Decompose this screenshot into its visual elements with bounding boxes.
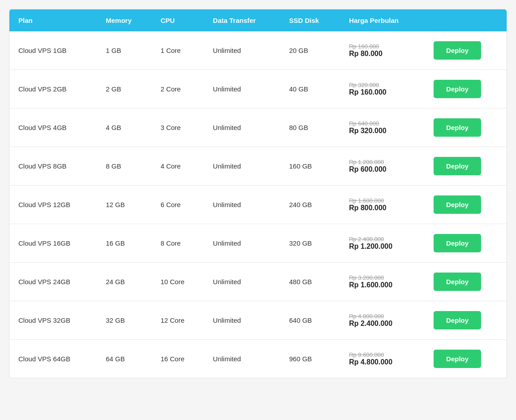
- plan-cpu: 10 Core: [151, 263, 204, 301]
- plan-price: Rp 1.600.000 Rp 800.000: [340, 186, 425, 224]
- price-current: Rp 800.000: [349, 204, 416, 212]
- deploy-button[interactable]: Deploy: [434, 273, 481, 291]
- plan-price: Rp 640.000 Rp 320.000: [340, 108, 425, 147]
- header-memory: Memory: [97, 9, 151, 31]
- plan-memory: 16 GB: [97, 224, 151, 263]
- plan-cpu: 3 Core: [151, 108, 204, 147]
- price-original: Rp 160.000: [349, 43, 416, 50]
- plan-data-transfer: Unlimited: [204, 108, 280, 147]
- plan-price: Rp 320.000 Rp 160.000: [340, 70, 425, 108]
- price-current: Rp 1.200.000: [349, 242, 416, 251]
- plan-ssd-disk: 40 GB: [280, 70, 340, 108]
- table-row: Cloud VPS 32GB 32 GB 12 Core Unlimited 6…: [9, 301, 507, 340]
- plan-action[interactable]: Deploy: [425, 70, 507, 108]
- table-row: Cloud VPS 64GB 64 GB 16 Core Unlimited 9…: [9, 340, 507, 378]
- plan-cpu: 6 Core: [151, 186, 204, 224]
- price-original: Rp 1.600.000: [349, 197, 416, 204]
- header-action: [425, 9, 507, 31]
- table-row: Cloud VPS 1GB 1 GB 1 Core Unlimited 20 G…: [9, 31, 507, 70]
- deploy-button[interactable]: Deploy: [434, 311, 481, 329]
- plan-ssd-disk: 480 GB: [280, 263, 340, 301]
- plan-price: Rp 1.200.000 Rp 600.000: [340, 147, 425, 186]
- plan-name: Cloud VPS 8GB: [9, 147, 97, 186]
- pricing-table: Plan Memory CPU Data Transfer SSD Disk H…: [9, 9, 507, 378]
- plan-cpu: 8 Core: [151, 224, 204, 263]
- table-header-row: Plan Memory CPU Data Transfer SSD Disk H…: [9, 9, 507, 31]
- plan-memory: 1 GB: [97, 31, 151, 70]
- table-row: Cloud VPS 16GB 16 GB 8 Core Unlimited 32…: [9, 224, 507, 263]
- table-row: Cloud VPS 24GB 24 GB 10 Core Unlimited 4…: [9, 263, 507, 301]
- plan-ssd-disk: 960 GB: [280, 340, 340, 378]
- header-cpu: CPU: [151, 9, 204, 31]
- header-data-transfer: Data Transfer: [204, 9, 280, 31]
- price-original: Rp 320.000: [349, 82, 416, 88]
- plan-price: Rp 3.200.000 Rp 1.600.000: [340, 263, 425, 301]
- plan-ssd-disk: 320 GB: [280, 224, 340, 263]
- deploy-button[interactable]: Deploy: [434, 41, 481, 60]
- plan-cpu: 4 Core: [151, 147, 204, 186]
- plan-memory: 64 GB: [97, 340, 151, 378]
- price-current: Rp 2.400.000: [349, 320, 416, 328]
- plan-price: Rp 4.800.000 Rp 2.400.000: [340, 301, 425, 340]
- plan-cpu: 16 Core: [151, 340, 204, 378]
- plan-memory: 24 GB: [97, 263, 151, 301]
- plan-ssd-disk: 160 GB: [280, 147, 340, 186]
- plan-cpu: 1 Core: [151, 31, 204, 70]
- plan-data-transfer: Unlimited: [204, 224, 280, 263]
- deploy-button[interactable]: Deploy: [434, 118, 481, 137]
- plan-name: Cloud VPS 1GB: [9, 31, 97, 70]
- deploy-button[interactable]: Deploy: [434, 350, 481, 368]
- plan-name: Cloud VPS 24GB: [9, 263, 97, 301]
- plan-action[interactable]: Deploy: [425, 186, 507, 224]
- plan-data-transfer: Unlimited: [204, 340, 280, 378]
- plan-action[interactable]: Deploy: [425, 31, 507, 70]
- plan-price: Rp 2.400.000 Rp 1.200.000: [340, 224, 425, 263]
- plan-action[interactable]: Deploy: [425, 224, 507, 263]
- plan-ssd-disk: 640 GB: [280, 301, 340, 340]
- price-original: Rp 3.200.000: [349, 274, 416, 281]
- price-current: Rp 600.000: [349, 165, 416, 173]
- price-original: Rp 640.000: [349, 120, 416, 127]
- plan-memory: 4 GB: [97, 108, 151, 147]
- plan-name: Cloud VPS 4GB: [9, 108, 97, 147]
- plan-name: Cloud VPS 12GB: [9, 186, 97, 224]
- plan-data-transfer: Unlimited: [204, 70, 280, 108]
- price-original: Rp 2.400.000: [349, 236, 416, 242]
- plan-data-transfer: Unlimited: [204, 31, 280, 70]
- deploy-button[interactable]: Deploy: [434, 234, 481, 252]
- price-current: Rp 1.600.000: [349, 281, 416, 289]
- plan-price: Rp 9.600.000 Rp 4.800.000: [340, 340, 425, 378]
- price-original: Rp 1.200.000: [349, 159, 416, 165]
- plan-data-transfer: Unlimited: [204, 147, 280, 186]
- plan-cpu: 2 Core: [151, 70, 204, 108]
- plan-ssd-disk: 80 GB: [280, 108, 340, 147]
- plan-ssd-disk: 20 GB: [280, 31, 340, 70]
- plan-action[interactable]: Deploy: [425, 340, 507, 378]
- plan-name: Cloud VPS 64GB: [9, 340, 97, 378]
- plan-name: Cloud VPS 32GB: [9, 301, 97, 340]
- plan-action[interactable]: Deploy: [425, 147, 507, 186]
- deploy-button[interactable]: Deploy: [434, 157, 481, 175]
- plan-memory: 32 GB: [97, 301, 151, 340]
- plan-data-transfer: Unlimited: [204, 186, 280, 224]
- plan-action[interactable]: Deploy: [425, 263, 507, 301]
- plan-price: Rp 160.000 Rp 80.000: [340, 31, 425, 70]
- price-current: Rp 320.000: [349, 127, 416, 135]
- price-original: Rp 4.800.000: [349, 313, 416, 320]
- plan-name: Cloud VPS 16GB: [9, 224, 97, 263]
- plan-memory: 2 GB: [97, 70, 151, 108]
- header-harga-perbulan: Harga Perbulan: [340, 9, 425, 31]
- plan-memory: 12 GB: [97, 186, 151, 224]
- table-row: Cloud VPS 2GB 2 GB 2 Core Unlimited 40 G…: [9, 70, 507, 108]
- price-current: Rp 4.800.000: [349, 358, 416, 366]
- plan-action[interactable]: Deploy: [425, 108, 507, 147]
- table-row: Cloud VPS 12GB 12 GB 6 Core Unlimited 24…: [9, 186, 507, 224]
- deploy-button[interactable]: Deploy: [434, 80, 481, 98]
- table-row: Cloud VPS 4GB 4 GB 3 Core Unlimited 80 G…: [9, 108, 507, 147]
- plan-action[interactable]: Deploy: [425, 301, 507, 340]
- plan-memory: 8 GB: [97, 147, 151, 186]
- price-current: Rp 160.000: [349, 88, 416, 96]
- deploy-button[interactable]: Deploy: [434, 195, 481, 214]
- plan-data-transfer: Unlimited: [204, 301, 280, 340]
- price-current: Rp 80.000: [349, 50, 416, 58]
